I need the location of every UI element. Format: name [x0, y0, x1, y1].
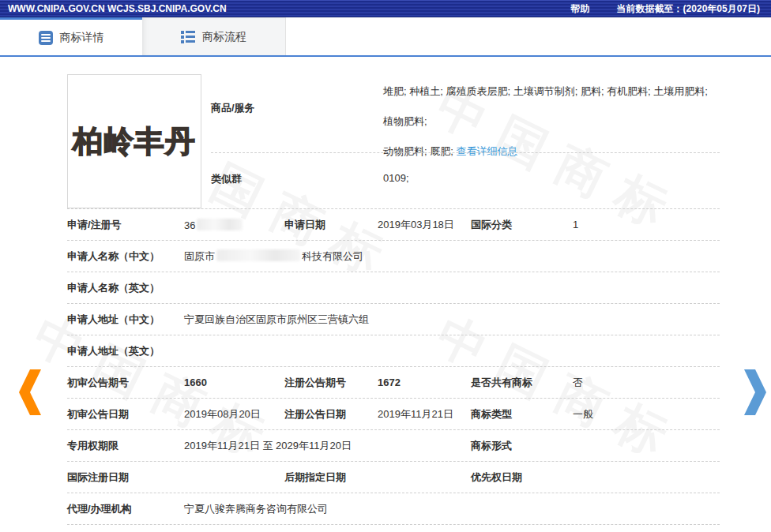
applicant-cn-suffix: 科技有限公司 — [302, 250, 363, 262]
next-record-arrow[interactable] — [744, 369, 766, 415]
tab-bar: 商标详情 商标流程 — [0, 17, 771, 57]
exclusive-period-label: 专用权期限 — [67, 439, 184, 453]
similar-group-value: 0109; — [383, 172, 720, 186]
table-row: 初审公告期号 1660 注册公告期号 1672 是否共有商标 否 — [67, 367, 720, 399]
table-row: 专用权期限 2019年11月21日 至 2029年11月20日 商标形式 — [67, 430, 720, 462]
table-row: 代理/办理机构 宁夏八骏奔腾商务咨询有限公司 — [67, 493, 720, 525]
mark-form-label: 商标形式 — [471, 439, 573, 453]
goods-services-row: 商品/服务 堆肥; 种植土; 腐殖质表层肥; 土壤调节制剂; 肥料; 有机肥料;… — [211, 74, 720, 152]
reg-no-value: 36 — [184, 219, 284, 231]
reg-gazette-no-value: 1672 — [378, 377, 471, 388]
table-row: 申请人名称（中文） 固原市科技有限公司 — [67, 241, 720, 272]
content-area: 中国商标 中国商标 中国商标 中国商标 柏岭丰丹 商品/服务 堆肥; 种植土; … — [0, 57, 771, 530]
detail-sheet: 柏岭丰丹 商品/服务 堆肥; 种植土; 腐殖质表层肥; 土壤调节制剂; 肥料; … — [67, 57, 720, 525]
reg-gazette-no-label: 注册公告期号 — [284, 376, 378, 390]
mark-type-value: 一般 — [573, 407, 720, 421]
reg-gazette-date-label: 注册公告日期 — [284, 407, 378, 421]
trademark-name-text: 柏岭丰丹 — [73, 122, 196, 162]
shared-mark-value: 否 — [573, 376, 720, 390]
trademark-image: 柏岭丰丹 — [67, 74, 201, 208]
addr-cn-value: 宁夏回族自治区固原市原州区三营镇六组 — [184, 313, 720, 327]
tab-detail-label: 商标详情 — [60, 31, 104, 45]
goods-services-label: 商品/服务 — [211, 74, 383, 152]
applicant-en-label: 申请人名称（英文） — [67, 281, 184, 295]
init-gazette-date-value: 2019年08月20日 — [184, 407, 284, 421]
goods-line1: 堆肥; 种植土; 腐殖质表层肥; 土壤调节制剂; 肥料; 有机肥料; 土壤用肥料… — [383, 85, 708, 127]
agent-label: 代理/办理机构 — [67, 502, 184, 516]
table-row: 申请人地址（中文） 宁夏回族自治区固原市原州区三营镇六组 — [67, 304, 720, 335]
applicant-cn-label: 申请人名称（中文） — [67, 249, 184, 264]
mark-and-goods-block: 柏岭丰丹 商品/服务 堆肥; 种植土; 腐殖质表层肥; 土壤调节制剂; 肥料; … — [67, 57, 720, 209]
help-link[interactable]: 帮助 — [571, 2, 590, 16]
agent-value: 宁夏八骏奔腾商务咨询有限公司 — [184, 502, 720, 516]
late-designation-date-label: 后期指定日期 — [284, 470, 378, 485]
init-gazette-no-label: 初审公告期号 — [67, 376, 184, 390]
similar-group-label: 类似群 — [211, 172, 383, 186]
tab-process-label: 商标流程 — [202, 30, 246, 44]
table-row: 国际注册日期 后期指定日期 优先权日期 — [67, 462, 720, 493]
reg-no-prefix: 36 — [184, 219, 195, 231]
reg-no-label: 申请/注册号 — [67, 218, 184, 232]
addr-cn-label: 申请人地址（中文） — [67, 313, 184, 327]
table-row: 初审公告日期 2019年08月20日 注册公告日期 2019年11月21日 商标… — [67, 399, 720, 430]
applicant-cn-prefix: 固原市 — [184, 250, 215, 262]
applicant-cn-value: 固原市科技有限公司 — [184, 249, 720, 264]
intl-class-value: 1 — [573, 219, 720, 230]
init-gazette-no-value: 1660 — [184, 377, 284, 388]
similar-group-row: 类似群 0109; — [211, 153, 720, 186]
init-gazette-date-label: 初审公告日期 — [67, 407, 184, 421]
intl-class-label: 国际分类 — [471, 218, 573, 232]
shared-mark-label: 是否共有商标 — [471, 376, 573, 390]
mark-type-label: 商标类型 — [471, 407, 573, 421]
tab-trademark-process[interactable]: 商标流程 — [142, 17, 286, 55]
app-date-value: 2019年03月18日 — [378, 218, 471, 232]
process-list-icon — [181, 30, 195, 44]
site-url-text: WWW.CNIPA.GOV.CN WCJS.SBJ.CNIPA.GOV.CN — [8, 3, 227, 14]
table-row: 申请人名称（英文） — [67, 272, 720, 304]
table-row: 申请人地址（英文） — [67, 335, 720, 367]
previous-record-arrow[interactable] — [19, 369, 41, 415]
reg-gazette-date-value: 2019年11月21日 — [378, 407, 471, 421]
redacted-area — [216, 249, 300, 261]
redacted-area — [197, 219, 243, 230]
intl-reg-date-label: 国际注册日期 — [67, 470, 184, 485]
top-bar: WWW.CNIPA.GOV.CN WCJS.SBJ.CNIPA.GOV.CN 帮… — [0, 0, 771, 17]
data-cutoff-text: 当前数据截至：(2020年05月07日) — [617, 2, 760, 16]
tab-trademark-detail[interactable]: 商标详情 — [0, 17, 142, 55]
goods-services-value: 堆肥; 种植土; 腐殖质表层肥; 土壤调节制剂; 肥料; 有机肥料; 土壤用肥料… — [383, 74, 720, 152]
addr-en-label: 申请人地址（英文） — [67, 344, 184, 358]
exclusive-period-value: 2019年11月21日 至 2029年11月20日 — [184, 439, 471, 453]
app-date-label: 申请日期 — [284, 218, 378, 232]
trademark-detail-page: WWW.CNIPA.GOV.CN WCJS.SBJ.CNIPA.GOV.CN 帮… — [0, 0, 771, 532]
table-row: 申请/注册号 36 申请日期 2019年03月18日 国际分类 1 — [67, 209, 720, 241]
priority-date-label: 优先权日期 — [471, 470, 573, 485]
detail-list-icon — [39, 31, 53, 45]
